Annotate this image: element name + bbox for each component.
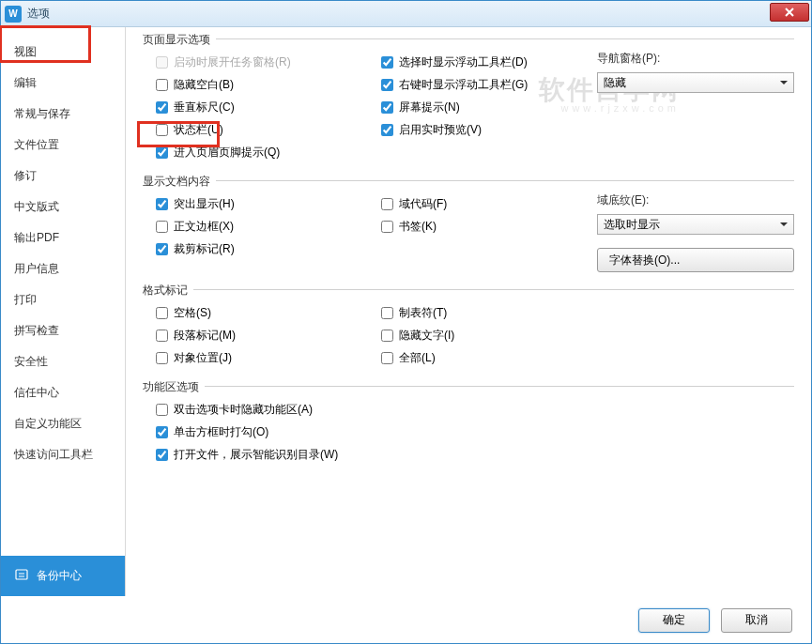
sidebar-item-security[interactable]: 安全性 [1,346,125,377]
chk-tabs[interactable]: 制表符(T) [381,301,597,324]
chk-screen-tips[interactable]: 屏幕提示(N) [381,96,597,118]
chk-field-codes[interactable]: 域代码(F) [381,192,597,215]
sidebar-item-customize-ribbon[interactable]: 自定义功能区 [1,408,125,439]
sidebar-item-print[interactable]: 打印 [1,284,125,315]
chk-open-smart-toc[interactable]: 打开文件，展示智能识别目录(W) [156,443,794,466]
field-shading-label: 域底纹(E): [597,192,794,208]
group-format-marks-title: 格式标记 [143,283,193,299]
field-shading-select[interactable]: 选取时显示 [597,214,794,235]
chk-hide-whitespace[interactable]: 隐藏空白(B) [156,73,381,96]
backup-icon [14,567,29,585]
cancel-button[interactable]: 取消 [721,608,792,633]
content-panel: 软件自学网 www.rjzxw.com 页面显示选项 启动时展开任务窗格(R) … [126,27,811,596]
group-page-display-title: 页面显示选项 [143,32,216,48]
app-icon: W [5,6,22,23]
chk-all[interactable]: 全部(L) [381,346,597,369]
close-button[interactable] [770,3,809,22]
titlebar: W 选项 [1,1,811,27]
chk-rightclick-float-toolbar[interactable]: 右键时显示浮动工具栏(G) [381,73,597,96]
chk-header-footer-hint[interactable]: 进入页眉页脚提示(Q) [156,141,381,163]
chk-object-position[interactable]: 对象位置(J) [156,346,381,369]
window-title: 选项 [27,6,50,22]
close-icon [785,8,794,17]
sidebar: 视图 编辑 常规与保存 文件位置 修订 中文版式 输出PDF 用户信息 打印 拼… [1,27,126,596]
sidebar-item-output-pdf[interactable]: 输出PDF [1,222,125,253]
chk-live-preview[interactable]: 启用实时预览(V) [381,118,597,141]
sidebar-item-view[interactable]: 视图 [1,37,125,68]
svg-rect-0 [16,570,27,579]
sidebar-item-spellcheck[interactable]: 拼写检查 [1,315,125,346]
sidebar-item-chinese-layout[interactable]: 中文版式 [1,192,125,222]
chk-dblclick-hide-ribbon[interactable]: 双击选项卡时隐藏功能区(A) [156,398,794,421]
sidebar-item-trust-center[interactable]: 信任中心 [1,377,125,408]
ok-button[interactable]: 确定 [638,608,710,633]
nav-pane-select[interactable]: 隐藏 [597,72,794,93]
chk-highlight[interactable]: 突出显示(H) [156,192,381,215]
group-format-marks: 格式标记 空格(S) 段落标记(M) 对象位置(J) 制表符(T) 隐藏文字(I… [143,289,794,376]
chk-crop-marks[interactable]: 裁剪标记(R) [156,238,381,260]
group-ribbon-title: 功能区选项 [143,379,205,395]
group-page-display: 页面显示选项 启动时展开任务窗格(R) 隐藏空白(B) 垂直标尺(C) 状态栏(… [143,38,794,171]
backup-center-label: 备份中心 [37,568,82,584]
group-doc-content-title: 显示文档内容 [143,174,216,190]
sidebar-item-revision[interactable]: 修订 [1,161,125,192]
dialog-body: 视图 编辑 常规与保存 文件位置 修订 中文版式 输出PDF 用户信息 打印 拼… [1,27,811,596]
chk-paragraph-marks[interactable]: 段落标记(M) [156,324,381,346]
group-ribbon: 功能区选项 双击选项卡时隐藏功能区(A) 单击方框时打勾(O) 打开文件，展示智… [143,386,794,473]
chk-hidden-text[interactable]: 隐藏文字(I) [381,324,597,346]
chk-click-box-check[interactable]: 单击方框时打勾(O) [156,421,794,443]
chk-spaces[interactable]: 空格(S) [156,301,381,324]
chk-bookmarks[interactable]: 书签(K) [381,215,597,238]
chk-status-bar[interactable]: 状态栏(U) [156,118,381,141]
chk-text-border[interactable]: 正文边框(X) [156,215,381,238]
sidebar-item-user-info[interactable]: 用户信息 [1,253,125,284]
group-doc-content: 显示文档内容 突出显示(H) 正文边框(X) 裁剪标记(R) 域代码(F) 书签… [143,180,794,280]
backup-center-button[interactable]: 备份中心 [1,556,125,596]
nav-pane-label: 导航窗格(P): [597,51,794,67]
options-window: W 选项 视图 编辑 常规与保存 文件位置 修订 中文版式 输出PDF 用户信息… [0,0,812,644]
sidebar-item-general-save[interactable]: 常规与保存 [1,99,125,130]
chk-select-float-toolbar[interactable]: 选择时显示浮动工具栏(D) [381,51,597,73]
sidebar-item-quick-access[interactable]: 快速访问工具栏 [1,439,125,470]
chk-vertical-ruler[interactable]: 垂直标尺(C) [156,96,381,118]
font-substitution-button[interactable]: 字体替换(O)... [597,248,794,272]
sidebar-item-file-location[interactable]: 文件位置 [1,130,125,161]
chk-startup-taskpane[interactable]: 启动时展开任务窗格(R) [156,51,381,73]
sidebar-item-edit[interactable]: 编辑 [1,68,125,99]
dialog-footer: 确定 取消 [1,596,811,643]
